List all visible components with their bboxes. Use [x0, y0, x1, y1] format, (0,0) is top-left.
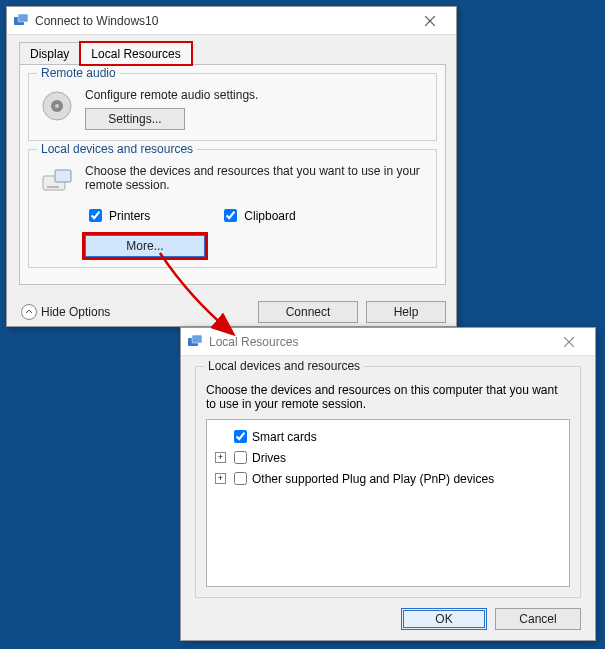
remote-audio-desc: Configure remote audio settings.: [85, 88, 426, 102]
rdp-icon: [13, 13, 29, 29]
rdp-icon: [187, 334, 203, 350]
hide-options-toggle[interactable]: Hide Options: [21, 304, 110, 320]
cancel-button[interactable]: Cancel: [495, 608, 581, 630]
tree-item-drives[interactable]: + Drives: [211, 447, 565, 468]
group-remote-audio: Remote audio Configure remote audio sett…: [28, 73, 437, 141]
tab-display[interactable]: Display: [19, 42, 80, 65]
close-icon[interactable]: [549, 328, 589, 355]
local-devices-desc: Choose the devices and resources that yo…: [85, 164, 426, 192]
window-title: Connect to Windows10: [35, 14, 410, 28]
svg-rect-11: [192, 335, 202, 343]
plus-icon[interactable]: +: [215, 473, 226, 484]
group-title: Remote audio: [37, 66, 120, 80]
connect-button[interactable]: Connect: [258, 301, 358, 323]
group-local-devices: Local devices and resources Choose the d…: [28, 149, 437, 268]
svg-rect-8: [55, 170, 71, 182]
svg-point-6: [55, 104, 59, 108]
local-resources-dialog: Local Resources Local devices and resour…: [180, 327, 596, 641]
printers-label: Printers: [109, 209, 150, 223]
device-tree[interactable]: Smart cards + Drives + Other supported P…: [206, 419, 570, 587]
tabstrip: Display Local Resources: [7, 35, 456, 64]
svg-rect-9: [47, 186, 59, 188]
svg-rect-1: [18, 14, 28, 22]
titlebar: Connect to Windows10: [7, 7, 456, 35]
clipboard-label: Clipboard: [244, 209, 295, 223]
window-title: Local Resources: [209, 335, 549, 349]
group-title: Local devices and resources: [204, 359, 364, 373]
speaker-icon: [39, 88, 75, 124]
titlebar: Local Resources: [181, 328, 595, 356]
plus-icon[interactable]: +: [215, 452, 226, 463]
settings-button[interactable]: Settings...: [85, 108, 185, 130]
close-icon[interactable]: [410, 7, 450, 34]
tab-pane: Remote audio Configure remote audio sett…: [19, 64, 446, 285]
tree-item-smart-cards[interactable]: Smart cards: [211, 426, 565, 447]
help-button[interactable]: Help: [366, 301, 446, 323]
collapse-icon: [21, 304, 37, 320]
ok-button[interactable]: OK: [401, 608, 487, 630]
group-title: Local devices and resources: [37, 142, 197, 156]
clipboard-checkbox[interactable]: Clipboard: [220, 206, 295, 225]
printers-checkbox[interactable]: Printers: [85, 206, 150, 225]
connect-dialog: Connect to Windows10 Display Local Resou…: [6, 6, 457, 327]
devices-icon: [39, 164, 75, 200]
more-button[interactable]: More...: [85, 235, 205, 257]
tree-item-pnp[interactable]: + Other supported Plug and Play (PnP) de…: [211, 468, 565, 489]
local-devices-desc2: Choose the devices and resources on this…: [206, 383, 570, 411]
tab-local-resources[interactable]: Local Resources: [80, 42, 191, 65]
